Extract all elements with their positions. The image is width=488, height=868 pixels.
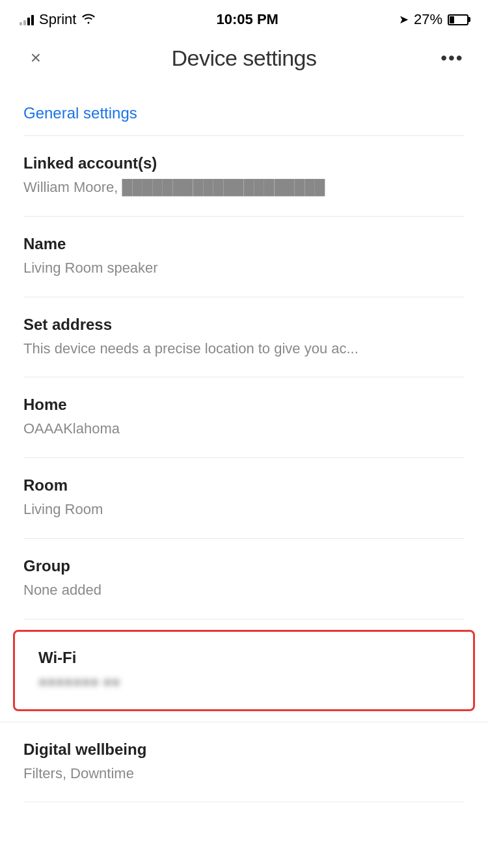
linked-accounts-item[interactable]: Linked account(s) William Moore, ███████… <box>0 136 488 216</box>
room-label: Room <box>23 476 465 495</box>
set-address-label: Set address <box>23 316 465 334</box>
battery-percent-label: 27% <box>414 11 442 28</box>
wifi-item[interactable]: Wi-Fi ●●●●●●● ●● <box>13 630 475 711</box>
group-label: Group <box>23 557 465 575</box>
battery-icon <box>448 14 468 25</box>
wifi-label: Wi-Fi <box>38 649 450 667</box>
carrier-label: Sprint <box>39 11 76 28</box>
divider-6 <box>23 619 465 619</box>
linked-accounts-label: Linked account(s) <box>23 154 465 172</box>
status-right: ➤ 27% <box>399 11 468 28</box>
status-time: 10:05 PM <box>217 11 278 28</box>
group-value: None added <box>23 580 465 601</box>
divider-8 <box>23 802 465 802</box>
digital-wellbeing-value: Filters, Downtime <box>23 764 465 784</box>
status-bar: Sprint 10:05 PM ➤ 27% <box>0 0 488 35</box>
general-settings-label: General settings <box>23 104 137 122</box>
room-value: Living Room <box>23 500 465 520</box>
home-item[interactable]: Home OAAAKlahoma <box>0 377 488 457</box>
name-value: Living Room speaker <box>23 258 465 278</box>
settings-content: General settings Linked account(s) Willi… <box>0 87 488 809</box>
general-settings-section: General settings <box>0 94 488 135</box>
signal-bars-icon <box>20 14 34 25</box>
page-title: Device settings <box>171 46 316 71</box>
name-item[interactable]: Name Living Room speaker <box>0 217 488 297</box>
group-item[interactable]: Group None added <box>0 539 488 619</box>
wifi-status-icon <box>81 12 96 27</box>
page-header: × Device settings ••• <box>0 35 488 87</box>
wifi-value: ●●●●●●● ●● <box>38 672 450 692</box>
close-button[interactable]: × <box>20 42 52 74</box>
digital-wellbeing-label: Digital wellbeing <box>23 740 465 759</box>
status-left: Sprint <box>20 11 96 28</box>
digital-wellbeing-item[interactable]: Digital wellbeing Filters, Downtime <box>0 722 488 802</box>
linked-accounts-email-blurred: ████████████████████ <box>122 179 325 195</box>
set-address-value: This device needs a precise location to … <box>23 339 465 359</box>
room-item[interactable]: Room Living Room <box>0 458 488 538</box>
location-icon: ➤ <box>399 12 409 27</box>
battery-fill <box>450 16 454 23</box>
linked-accounts-value: William Moore, ████████████████████ <box>23 178 465 198</box>
more-options-button[interactable]: ••• <box>436 42 468 74</box>
home-label: Home <box>23 396 465 414</box>
set-address-item[interactable]: Set address This device needs a precise … <box>0 297 488 377</box>
home-value: OAAAKlahoma <box>23 419 465 439</box>
name-label: Name <box>23 235 465 253</box>
